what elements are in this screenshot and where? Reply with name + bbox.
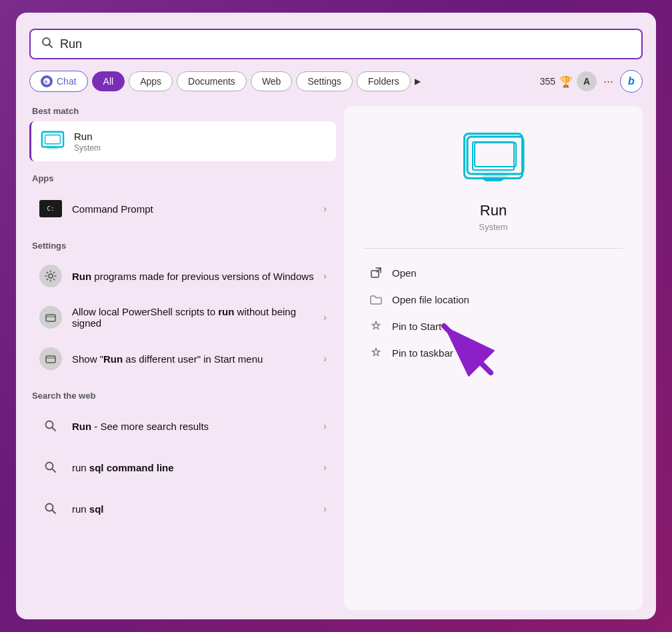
tab-documents[interactable]: Documents <box>177 71 247 91</box>
web-item-1-text: Run - See more search results <box>72 421 323 432</box>
svg-rect-20 <box>475 143 516 167</box>
settings-item-1-text: Run programs made for previous versions … <box>72 271 323 282</box>
bing-button[interactable]: b <box>620 70 643 93</box>
web-item-2-name: run sql command line <box>72 462 323 473</box>
web-item-1[interactable]: Run - See more search results › <box>29 406 336 446</box>
cmd-arrow-icon: › <box>323 203 327 214</box>
settings-item-2[interactable]: Allow local PowerShell scripts to run wi… <box>29 297 336 337</box>
cmd-result-name: Command Prompt <box>72 203 323 215</box>
search-input[interactable] <box>60 37 631 51</box>
filter-tabs: b Chat All Apps Documents Web Settings F… <box>29 70 643 93</box>
open-icon <box>369 266 383 279</box>
web-tab-label: Web <box>262 76 281 87</box>
settings-item-3[interactable]: Show "Run as different user" in Start me… <box>29 339 336 379</box>
best-match-label: Best match <box>32 106 336 116</box>
settings-item-2-name: Allow local PowerShell scripts to run wi… <box>72 306 323 329</box>
cmd-result-item[interactable]: Command Prompt › <box>29 189 336 229</box>
right-panel: Run System Open <box>344 106 643 610</box>
settings-section-label: Settings <box>32 241 336 251</box>
svg-rect-9 <box>46 315 55 321</box>
chat-tab-icon: b <box>41 75 53 87</box>
settings-gear-icon <box>39 265 62 287</box>
open-label: Open <box>392 267 417 279</box>
apps-section-label: Apps <box>32 173 336 183</box>
left-panel: Best match Run System Apps <box>29 106 336 610</box>
web-item-2[interactable]: run sql command line › <box>29 447 336 487</box>
bing-icon: b <box>628 75 635 87</box>
action-open[interactable]: Open <box>364 259 623 286</box>
run-result-sub: System <box>74 143 327 153</box>
score-number: 355 <box>540 76 555 87</box>
settings-arrow-3: › <box>323 353 327 364</box>
main-content: Best match Run System Apps <box>29 106 643 610</box>
tab-play-button[interactable]: ▶ <box>415 77 421 86</box>
settings-item-3-text: Show "Run as different user" in Start me… <box>72 353 323 365</box>
tab-chat[interactable]: b Chat <box>29 71 88 92</box>
svg-line-16 <box>52 469 55 472</box>
tab-score-area: 355 🏆 <box>540 75 573 88</box>
search-bar[interactable] <box>29 29 643 59</box>
pin-start-label: Pin to Start <box>392 321 441 332</box>
action-list: Open Open file location <box>364 259 623 366</box>
pin-taskbar-icon <box>369 346 383 359</box>
tab-all[interactable]: All <box>92 71 125 91</box>
pin-start-icon <box>369 319 383 333</box>
settings-item-3-name: Show "Run as different user" in Start me… <box>72 353 323 365</box>
svg-rect-22 <box>483 174 508 179</box>
action-pin-start[interactable]: Pin to Start <box>364 313 623 339</box>
settings-icon-1 <box>39 264 63 288</box>
user-avatar[interactable]: A <box>577 71 597 91</box>
settings-icon-2 <box>39 305 63 329</box>
tab-settings[interactable]: Settings <box>296 71 353 91</box>
svg-line-18 <box>52 510 55 513</box>
run-result-text: Run System <box>74 131 327 153</box>
web-section-label: Search the web <box>32 391 336 401</box>
cmd-result-text: Command Prompt <box>72 203 323 215</box>
svg-rect-11 <box>46 356 55 363</box>
action-pin-taskbar[interactable]: Pin to taskbar <box>364 339 623 366</box>
open-location-label: Open file location <box>392 294 469 305</box>
action-open-location[interactable]: Open file location <box>364 286 623 313</box>
user-icon <box>39 347 62 370</box>
more-options-button[interactable]: ··· <box>601 75 616 89</box>
web-arrow-1: › <box>323 421 327 431</box>
settings-item-1-name: Run programs made for previous versions … <box>72 271 323 282</box>
svg-rect-5 <box>45 135 61 144</box>
pin-taskbar-label: Pin to taskbar <box>392 347 453 359</box>
apps-tab-label: Apps <box>140 76 161 87</box>
svg-text:b: b <box>45 79 47 84</box>
app-big-icon <box>463 133 523 179</box>
chat-tab-label: Chat <box>57 76 77 87</box>
svg-rect-7 <box>47 147 58 150</box>
detail-app-title: Run <box>480 202 507 219</box>
run-result-name: Run <box>74 131 327 142</box>
tab-apps[interactable]: Apps <box>129 71 173 91</box>
web-item-1-name: Run - See more search results <box>72 421 323 432</box>
tab-folders[interactable]: Folders <box>357 71 411 91</box>
tab-web[interactable]: Web <box>251 71 293 91</box>
web-item-3-name: run sql <box>72 503 323 515</box>
svg-line-1 <box>49 45 53 48</box>
all-tab-label: All <box>103 76 114 87</box>
svg-line-14 <box>52 427 55 431</box>
web-item-3-text: run sql <box>72 503 323 515</box>
folders-tab-label: Folders <box>368 76 399 87</box>
trophy-icon: 🏆 <box>559 75 573 88</box>
settings-icon-3 <box>39 347 63 371</box>
folder-icon <box>369 293 383 306</box>
detail-divider <box>364 248 623 249</box>
best-match-item[interactable]: Run System <box>29 121 336 161</box>
web-item-2-text: run sql command line <box>72 462 323 473</box>
run-icon <box>41 129 65 153</box>
detail-app-subtitle: System <box>479 222 507 232</box>
web-arrow-3: › <box>323 503 327 514</box>
settings-item-1[interactable]: Run programs made for previous versions … <box>29 256 336 296</box>
svg-point-8 <box>49 274 53 278</box>
web-item-3[interactable]: run sql › <box>29 489 336 529</box>
powershell-icon <box>39 306 62 329</box>
documents-tab-label: Documents <box>188 76 235 87</box>
settings-arrow-1: › <box>323 271 327 281</box>
cmd-icon <box>39 197 63 221</box>
settings-item-2-text: Allow local PowerShell scripts to run wi… <box>72 306 323 329</box>
search-icon <box>41 37 53 51</box>
